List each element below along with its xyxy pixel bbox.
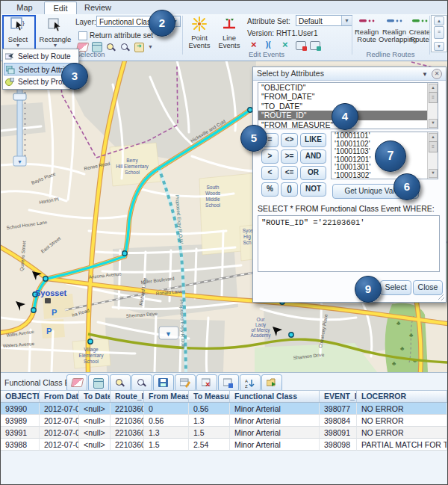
- split-event-icon[interactable]: [264, 40, 276, 51]
- column-header[interactable]: To Measure: [189, 391, 230, 402]
- return-attribute-set-label: Return attribute set: [90, 31, 153, 40]
- column-header[interactable]: To Date: [79, 391, 111, 402]
- pan-to-selected-button[interactable]: [131, 374, 152, 392]
- menu-item-select-by-route[interactable]: Select by Route: [4, 50, 78, 63]
- clear-selection-button[interactable]: [66, 374, 87, 392]
- scroll-thumb[interactable]: ≡: [434, 26, 444, 39]
- where-clause-textarea[interactable]: "ROUTE_ID" ='22103601': [258, 215, 440, 272]
- operator-percent-button[interactable]: %: [261, 182, 279, 197]
- table-row[interactable]: 939882012-07-05 <null>22103601 1.52.54 M…: [1, 439, 447, 451]
- operator-and-button[interactable]: AND: [300, 149, 326, 164]
- callout-7: 7: [375, 140, 406, 172]
- column-header[interactable]: LOCERROR: [357, 391, 447, 402]
- svg-text:Elementary: Elementary: [79, 353, 105, 359]
- layer-label: Layer:: [75, 18, 96, 26]
- svg-text:Sch: Sch: [243, 240, 252, 245]
- table-row[interactable]: 939892012-07-05 <null>22103601 0.561.3 M…: [1, 415, 447, 427]
- realign-route-button[interactable]: RealignRoute: [355, 16, 379, 43]
- operator-or-button[interactable]: OR: [300, 166, 326, 180]
- column-header[interactable]: OBJECTID: [1, 391, 40, 402]
- group-divider: [182, 16, 183, 55]
- return-attribute-set-checkbox[interactable]: [78, 31, 87, 40]
- values-scrollbar[interactable]: ▲ ≡ ▼: [427, 132, 438, 179]
- column-header[interactable]: Route_ID: [111, 391, 144, 402]
- tab-map[interactable]: Map: [8, 1, 41, 13]
- operator-greater-button[interactable]: >: [261, 149, 279, 164]
- rectangle-button[interactable]: Rectangle ▼: [38, 16, 72, 48]
- attribute-set-caret[interactable]: ▼: [341, 16, 352, 25]
- rectangle-tool-icon: [46, 16, 64, 34]
- operator-greaterequal-button[interactable]: >=: [281, 149, 298, 164]
- sort-button[interactable]: AZ: [240, 374, 261, 392]
- table-row-selected[interactable]: 939902012-07-05 <null>22103601 00.56 Min…: [1, 403, 447, 415]
- operator-lessequal-button[interactable]: <=: [281, 166, 298, 180]
- map-overview-toggle[interactable]: ▼: [159, 327, 178, 339]
- realign-overlapping-button[interactable]: RealignOverlapping: [379, 16, 410, 43]
- zoom-slider-handle[interactable]: [13, 93, 26, 100]
- event-table-green-icon[interactable]: [310, 41, 320, 50]
- highlight-selected-button[interactable]: [218, 374, 239, 392]
- table-pencil-icon: [180, 378, 190, 388]
- group-label-edit-events: Edit Events: [222, 50, 311, 58]
- operator-less-button[interactable]: <: [261, 166, 279, 180]
- sort-az-icon: AZ: [245, 378, 255, 388]
- scroll-down-icon[interactable]: ▼: [429, 119, 438, 128]
- field-item[interactable]: "OBJECTID": [258, 83, 438, 92]
- export-button[interactable]: [261, 374, 282, 392]
- svg-text:Academy: Academy: [250, 333, 271, 339]
- switch-selection-button[interactable]: [88, 374, 109, 392]
- dialog-close-icon[interactable]: ✕: [432, 69, 442, 79]
- delete-selected-button[interactable]: ×: [196, 374, 217, 392]
- edit-attributes-button[interactable]: [175, 374, 196, 392]
- column-header[interactable]: From Date: [40, 391, 79, 402]
- select-confirm-button[interactable]: Select: [380, 280, 411, 295]
- close-button[interactable]: Close: [413, 280, 443, 295]
- svg-text:▼: ▼: [165, 330, 172, 338]
- tab-review[interactable]: Review: [78, 1, 117, 13]
- value-item[interactable]: '10001302': [332, 172, 438, 180]
- scroll-down-icon[interactable]: ▼: [429, 169, 438, 178]
- scroll-thumb[interactable]: ≡: [429, 141, 438, 152]
- dialog-menu-caret-icon[interactable]: ▼: [422, 71, 428, 78]
- table-delete-icon: ×: [202, 378, 212, 388]
- operator-not-button[interactable]: NOT: [300, 182, 326, 197]
- svg-text:♣: ♣: [400, 345, 405, 352]
- create-route-button[interactable]: CreateRoute: [408, 16, 431, 43]
- value-item[interactable]: '10001101': [332, 132, 438, 140]
- dialog-header[interactable]: Select by Attributes ▼ ✕: [253, 67, 446, 81]
- train-station-icon: [45, 298, 51, 303]
- point-events-button[interactable]: PointEvents: [185, 16, 214, 49]
- column-header[interactable]: EVENT_ID: [320, 391, 357, 402]
- save-button[interactable]: [153, 374, 174, 392]
- line-events-button[interactable]: LineEvents: [215, 16, 243, 49]
- ribbon-scrollbar[interactable]: ▲ ≡ ▼: [431, 15, 447, 52]
- version-label: Version: RHT1.User1: [247, 29, 317, 37]
- svg-text:Woods: Woods: [205, 191, 221, 196]
- table-row[interactable]: 939912012-07-05 <null>22103601 1.31.5 Mi…: [1, 427, 447, 439]
- tab-edit[interactable]: Edit: [44, 1, 77, 14]
- svg-text:Our: Our: [257, 317, 266, 322]
- scroll-thumb[interactable]: ≡: [429, 92, 438, 103]
- line-events-icon: [221, 16, 237, 32]
- attribute-set-combobox[interactable]: Default ▼: [296, 15, 352, 26]
- dialog-resize-grip[interactable]: [438, 294, 444, 300]
- delete-event-icon[interactable]: [249, 40, 261, 51]
- field-item[interactable]: "FROM_DATE": [258, 92, 438, 101]
- fields-scrollbar[interactable]: ▲ ≡ ▼: [427, 83, 438, 129]
- event-table-red-icon[interactable]: [296, 41, 306, 50]
- callout-2: 2: [149, 10, 175, 37]
- copy-selection-icon[interactable]: [134, 43, 144, 52]
- place-label-syosset: Syosset: [35, 288, 67, 297]
- column-header[interactable]: From Measure: [144, 391, 189, 402]
- selection-tools-caret[interactable]: ▼: [148, 45, 153, 49]
- scroll-down-icon[interactable]: ▼: [434, 42, 444, 51]
- zoom-to-selected-button[interactable]: [110, 374, 131, 392]
- rectangle-dropdown-caret[interactable]: ▼: [38, 43, 72, 48]
- merge-event-icon[interactable]: [280, 40, 292, 51]
- select-by-attributes-icon: [6, 66, 15, 74]
- column-header[interactable]: Functional Class: [230, 391, 320, 402]
- operator-notequals-button[interactable]: <>: [281, 133, 298, 147]
- operator-like-button[interactable]: LIKE: [300, 133, 326, 147]
- scroll-up-icon[interactable]: ▲: [434, 16, 444, 25]
- operator-parens-button[interactable]: (): [281, 182, 298, 197]
